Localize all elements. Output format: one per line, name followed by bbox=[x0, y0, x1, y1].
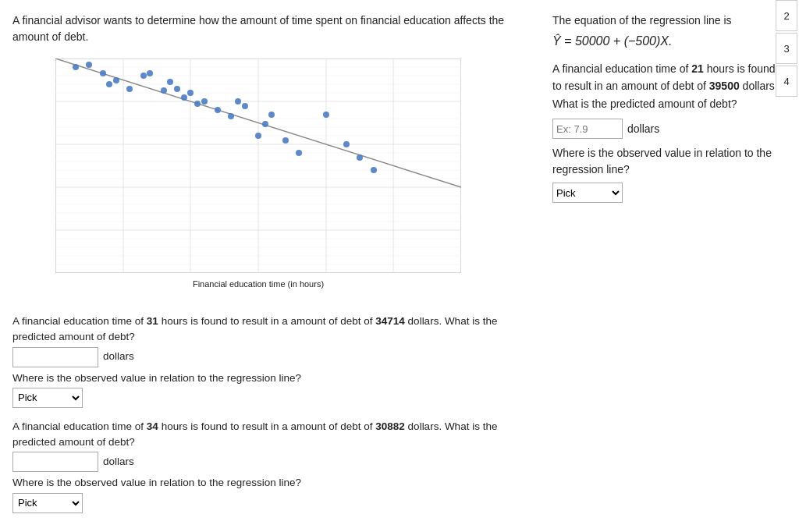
svg-point-72 bbox=[371, 167, 377, 173]
equation-box: The equation of the regression line is Ŷ… bbox=[552, 12, 787, 51]
svg-point-69 bbox=[323, 112, 329, 118]
svg-point-45 bbox=[73, 64, 79, 70]
below-chart: A financial education time of 31 hours i… bbox=[12, 314, 529, 513]
svg-point-55 bbox=[174, 86, 180, 92]
svg-point-58 bbox=[194, 101, 201, 107]
svg-point-60 bbox=[215, 107, 221, 113]
svg-point-59 bbox=[201, 98, 208, 105]
right-where-text-1: Where is the observed value in relation … bbox=[552, 145, 787, 178]
block3-dollars-label: dollars bbox=[103, 454, 134, 470]
svg-point-50 bbox=[126, 86, 133, 92]
side-tab-4[interactable]: 4 bbox=[776, 66, 797, 97]
svg-point-61 bbox=[228, 113, 234, 119]
svg-point-54 bbox=[167, 79, 173, 85]
block2-pick-row: Pick Above Below On bbox=[12, 388, 529, 408]
block3-where-text: Where is the observed value in relation … bbox=[12, 475, 529, 491]
svg-point-53 bbox=[161, 87, 167, 94]
right-pick-row-1: Pick Above Below On bbox=[552, 183, 787, 203]
block3-text: A financial education time of 34 hours i… bbox=[12, 419, 529, 451]
block3-input-row: dollars bbox=[12, 452, 529, 472]
chart-wrapper: Amount of debt (in dollars) bbox=[12, 55, 465, 304]
main-container: A financial advisor wants to determine h… bbox=[0, 0, 799, 524]
svg-point-64 bbox=[255, 133, 261, 139]
question-block-3: A financial education time of 34 hours i… bbox=[12, 419, 529, 513]
svg-point-47 bbox=[100, 70, 106, 76]
side-tab-3[interactable]: 3 bbox=[776, 33, 797, 64]
svg-point-66 bbox=[268, 112, 275, 118]
left-panel: A financial advisor wants to determine h… bbox=[12, 12, 545, 524]
svg-point-51 bbox=[140, 73, 147, 79]
svg-point-52 bbox=[147, 70, 153, 76]
block2-input-row: dollars bbox=[12, 347, 529, 367]
right-input-row-1: dollars bbox=[552, 119, 787, 139]
right-predicted-input-1[interactable] bbox=[552, 119, 623, 139]
svg-point-71 bbox=[357, 154, 363, 161]
block2-pick-select[interactable]: Pick Above Below On bbox=[12, 388, 83, 408]
svg-point-56 bbox=[181, 94, 187, 101]
block2-where-text: Where is the observed value in relation … bbox=[12, 371, 529, 386]
svg-point-57 bbox=[187, 90, 194, 96]
block3-predicted-input[interactable] bbox=[12, 452, 98, 472]
svg-point-49 bbox=[106, 81, 112, 87]
chart-svg: 0 10000 20000 30000 40000 50000 0 10 20 … bbox=[55, 59, 461, 273]
right-pick-select-1[interactable]: Pick Above Below On bbox=[552, 183, 623, 203]
svg-point-70 bbox=[343, 141, 350, 147]
side-tabs: 2 3 4 bbox=[776, 0, 799, 98]
side-tab-2[interactable]: 2 bbox=[776, 0, 797, 31]
svg-point-62 bbox=[235, 98, 241, 105]
svg-point-46 bbox=[86, 62, 92, 68]
right-dollars-label-1: dollars bbox=[627, 121, 659, 137]
block3-pick-row: Pick Above Below On bbox=[12, 493, 529, 513]
svg-point-48 bbox=[113, 77, 119, 83]
svg-point-67 bbox=[282, 137, 289, 144]
block2-dollars-label: dollars bbox=[103, 349, 134, 364]
x-axis-label: Financial education time (in hours) bbox=[55, 279, 461, 289]
equation-formula: Ŷ = 50000 + (−500)X. bbox=[552, 32, 787, 51]
svg-point-65 bbox=[262, 121, 268, 127]
svg-point-68 bbox=[296, 150, 302, 156]
block3-pick-select[interactable]: Pick Above Below On bbox=[12, 493, 83, 513]
block2-predicted-input[interactable] bbox=[12, 347, 98, 367]
question-block-2: A financial education time of 31 hours i… bbox=[12, 314, 529, 408]
right-panel: The equation of the regression line is Ŷ… bbox=[545, 12, 787, 524]
svg-point-63 bbox=[242, 103, 248, 109]
question-intro: A financial advisor wants to determine h… bbox=[12, 12, 529, 45]
equation-header: The equation of the regression line is bbox=[552, 12, 787, 29]
block2-text: A financial education time of 31 hours i… bbox=[12, 314, 529, 346]
right-scenario1-text: A financial education time of 21 hours i… bbox=[552, 60, 787, 112]
